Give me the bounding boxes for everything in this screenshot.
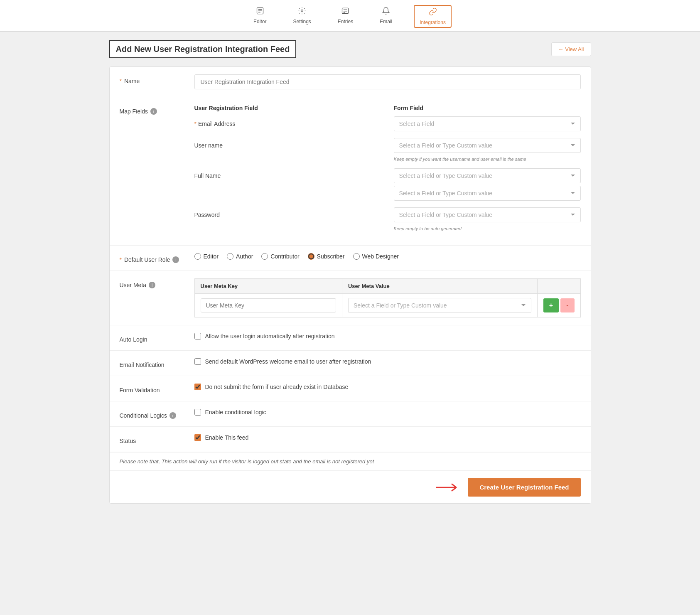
nav-settings-label: Settings [293,19,311,25]
role-webdesigner-label: Web Designer [362,253,399,260]
map-label-fullname: Full Name [194,168,386,179]
meta-table-row: Select a Field or Type Custom value + - [194,294,580,317]
create-feed-button[interactable]: Create User Registration Feed [468,478,580,497]
password-field-select[interactable]: Select a Field or Type Custom value [394,207,581,222]
map-inputs-username: Select a Field or Type Custom value Keep… [394,138,581,162]
role-editor-label: Editor [204,253,219,260]
col-reg-field-header: User Registration Field [194,105,394,111]
email-field-select[interactable]: Select a Field [394,116,581,131]
role-contributor-label: Contributor [270,253,299,260]
name-label: * Name [120,74,194,84]
view-all-button[interactable]: ← View All [551,42,591,56]
map-fields-row: Map Fields i User Registration Field For… [110,97,591,246]
arrow-right-icon [436,482,461,492]
conditional-logics-info-icon[interactable]: i [169,412,176,419]
notice-text: Please note that, This action will only … [110,452,591,470]
nav-editor[interactable]: Editor [248,5,271,28]
map-label-username: User name [194,138,386,149]
meta-key-col-header: User Meta Key [194,279,342,294]
fullname-field1-select[interactable]: Select a Field or Type Custom value [394,168,581,183]
map-fields-content: User Registration Field Form Field * Ema… [194,105,581,238]
meta-actions: + - [543,298,575,312]
name-content [194,74,581,89]
page-title: Add New User Registration Integration Fe… [109,40,297,58]
status-label: Status [120,434,194,444]
form-validation-content: Do not submit the form if user already e… [194,384,581,390]
auto-login-row: Auto Login Allow the user login automati… [110,325,591,351]
role-editor-option[interactable]: Editor [194,253,219,260]
map-label-password: Password [194,207,386,218]
role-author-option[interactable]: Author [227,253,253,260]
role-subscriber-radio[interactable] [308,253,314,260]
map-fields-info-icon[interactable]: i [150,108,157,115]
submit-arrow-indicator [436,482,461,492]
integrations-icon [429,7,437,18]
nav-entries-label: Entries [338,19,353,25]
entries-icon [341,7,349,17]
nav-entries[interactable]: Entries [333,5,358,28]
nav-integrations[interactable]: Integrations [414,5,452,28]
map-fields-header: User Registration Field Form Field [194,105,581,111]
role-author-label: Author [236,253,253,260]
svg-point-4 [301,10,303,12]
role-webdesigner-radio[interactable] [353,253,360,260]
auto-login-label: Auto Login [120,333,194,343]
role-subscriber-option[interactable]: Subscriber [308,253,345,260]
email-notification-checkbox[interactable] [194,358,201,365]
status-checkbox[interactable] [194,434,201,441]
conditional-logics-checkbox-label[interactable]: Enable conditional logic [205,409,266,416]
form-validation-checkbox-label[interactable]: Do not submit the form if user already e… [205,384,349,390]
top-navigation: Editor Settings Entries Email Integratio… [0,0,700,32]
user-role-info-icon[interactable]: i [172,256,179,263]
conditional-logics-checkbox[interactable] [194,409,201,416]
meta-value-col-header: User Meta Value [342,279,537,294]
settings-icon [298,7,306,17]
user-meta-label: User Meta i [120,278,194,288]
map-inputs-password: Select a Field or Type Custom value Keep… [394,207,581,231]
user-role-row: * Default User Role i Editor Author Cont… [110,246,591,271]
fullname-field2-select[interactable]: Select a Field or Type Custom value [394,186,581,201]
meta-key-input[interactable] [201,298,336,312]
map-row-username: User name Select a Field or Type Custom … [194,138,581,162]
username-hint: Keep empty if you want the username and … [394,157,581,162]
nav-settings[interactable]: Settings [288,5,316,28]
meta-remove-button[interactable]: - [560,298,574,312]
meta-key-cell [194,294,342,317]
meta-actions-col-header [537,279,580,294]
conditional-logics-row: Conditional Logics i Enable conditional … [110,401,591,427]
email-notification-checkbox-label[interactable]: Send default WordPress welcome email to … [205,358,371,365]
meta-value-select[interactable]: Select a Field or Type Custom value [348,298,531,313]
form-validation-checkbox[interactable] [194,384,201,390]
name-input[interactable] [194,74,581,89]
meta-value-cell: Select a Field or Type Custom value [342,294,537,317]
form-footer: Create User Registration Feed [110,470,591,503]
name-row: * Name [110,67,591,97]
map-row-email: * Email Address Select a Field [194,116,581,131]
nav-editor-label: Editor [253,19,266,25]
auto-login-checkbox[interactable] [194,333,201,339]
email-icon [382,7,390,17]
meta-action-cell: + - [537,294,580,317]
email-notification-row: Email Notification Send default WordPres… [110,351,591,376]
map-inputs-fullname: Select a Field or Type Custom value Sele… [394,168,581,201]
nav-email[interactable]: Email [375,5,397,28]
map-row-password: Password Select a Field or Type Custom v… [194,207,581,231]
user-meta-content: User Meta Key User Meta Value [194,278,581,317]
editor-icon [256,7,264,17]
user-role-options: Editor Author Contributor Subscriber Web… [194,253,581,260]
role-webdesigner-option[interactable]: Web Designer [353,253,399,260]
user-meta-info-icon[interactable]: i [149,282,155,288]
status-checkbox-label[interactable]: Enable This feed [205,434,249,441]
role-contributor-radio[interactable] [261,253,268,260]
auto-login-checkbox-label[interactable]: Allow the user login automatically after… [205,333,335,339]
role-editor-radio[interactable] [194,253,201,260]
role-author-radio[interactable] [227,253,233,260]
auto-login-content: Allow the user login automatically after… [194,333,581,339]
page-header: Add New User Registration Integration Fe… [109,40,591,58]
meta-add-button[interactable]: + [543,298,559,312]
role-subscriber-label: Subscriber [317,253,345,260]
username-field-select[interactable]: Select a Field or Type Custom value [394,138,581,153]
col-form-field-header: Form Field [394,105,581,111]
user-meta-table: User Meta Key User Meta Value [194,278,581,317]
role-contributor-option[interactable]: Contributor [261,253,299,260]
